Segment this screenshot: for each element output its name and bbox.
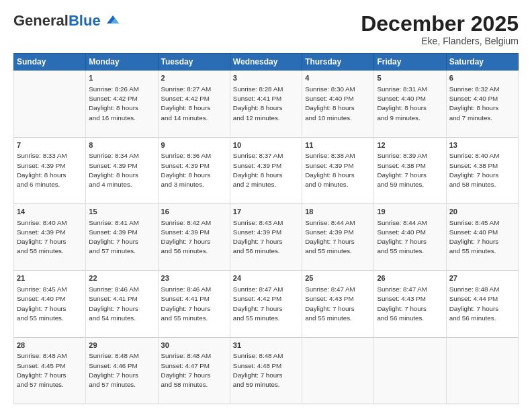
day-info: Sunrise: 8:32 AM Sunset: 4:40 PM Dayligh… <box>449 85 500 122</box>
logo: GeneralBlue <box>13 12 120 29</box>
day-info: Sunrise: 8:44 AM Sunset: 4:39 PM Dayligh… <box>305 219 355 255</box>
day-of-week-header: Sunday <box>14 54 86 71</box>
day-info: Sunrise: 8:47 AM Sunset: 4:42 PM Dayligh… <box>233 285 283 322</box>
day-number: 18 <box>305 207 371 217</box>
month-title: December 2025 <box>361 12 519 36</box>
day-info: Sunrise: 8:38 AM Sunset: 4:39 PM Dayligh… <box>305 152 355 188</box>
logo-icon <box>105 14 120 26</box>
day-info: Sunrise: 8:43 AM Sunset: 4:39 PM Dayligh… <box>233 219 283 255</box>
day-number: 10 <box>233 140 299 150</box>
calendar-cell: 6Sunrise: 8:32 AM Sunset: 4:40 PM Daylig… <box>446 71 518 137</box>
calendar-cell: 20Sunrise: 8:45 AM Sunset: 4:40 PM Dayli… <box>446 203 518 270</box>
day-info: Sunrise: 8:28 AM Sunset: 4:41 PM Dayligh… <box>233 85 283 122</box>
day-number: 27 <box>449 273 515 283</box>
calendar-cell: 27Sunrise: 8:48 AM Sunset: 4:44 PM Dayli… <box>446 271 518 337</box>
page: GeneralBlue December 2025 Eke, Flanders,… <box>0 0 532 411</box>
calendar-cell: 29Sunrise: 8:48 AM Sunset: 4:46 PM Dayli… <box>86 337 158 404</box>
day-of-week-header: Monday <box>86 54 158 71</box>
calendar-week-row: 7Sunrise: 8:33 AM Sunset: 4:39 PM Daylig… <box>14 137 519 203</box>
day-info: Sunrise: 8:40 AM Sunset: 4:39 PM Dayligh… <box>17 219 67 255</box>
calendar-week-row: 28Sunrise: 8:48 AM Sunset: 4:45 PM Dayli… <box>14 337 519 404</box>
day-info: Sunrise: 8:42 AM Sunset: 4:39 PM Dayligh… <box>161 219 212 255</box>
day-number: 6 <box>449 73 515 83</box>
day-number: 26 <box>377 273 443 283</box>
calendar-cell: 5Sunrise: 8:31 AM Sunset: 4:40 PM Daylig… <box>374 71 446 137</box>
day-number: 31 <box>233 340 299 351</box>
day-info: Sunrise: 8:34 AM Sunset: 4:39 PM Dayligh… <box>89 152 139 188</box>
calendar-cell: 19Sunrise: 8:44 AM Sunset: 4:40 PM Dayli… <box>374 203 446 270</box>
calendar-cell: 17Sunrise: 8:43 AM Sunset: 4:39 PM Dayli… <box>230 203 302 270</box>
calendar-cell: 25Sunrise: 8:47 AM Sunset: 4:43 PM Dayli… <box>302 271 374 337</box>
calendar-header-row: SundayMondayTuesdayWednesdayThursdayFrid… <box>14 54 519 71</box>
day-number: 30 <box>161 340 227 351</box>
day-number: 12 <box>377 140 443 150</box>
day-number: 20 <box>449 207 515 217</box>
day-info: Sunrise: 8:47 AM Sunset: 4:43 PM Dayligh… <box>377 285 427 322</box>
day-of-week-header: Wednesday <box>230 54 302 71</box>
calendar-cell: 14Sunrise: 8:40 AM Sunset: 4:39 PM Dayli… <box>14 203 86 270</box>
calendar-cell: 22Sunrise: 8:46 AM Sunset: 4:41 PM Dayli… <box>86 271 158 337</box>
day-number: 2 <box>161 73 227 83</box>
day-of-week-header: Friday <box>374 54 446 71</box>
day-of-week-header: Saturday <box>446 54 518 71</box>
day-number: 14 <box>17 207 83 217</box>
header: GeneralBlue December 2025 Eke, Flanders,… <box>13 12 519 46</box>
calendar-cell <box>302 337 374 404</box>
calendar-cell: 26Sunrise: 8:47 AM Sunset: 4:43 PM Dayli… <box>374 271 446 337</box>
calendar-cell: 18Sunrise: 8:44 AM Sunset: 4:39 PM Dayli… <box>302 203 374 270</box>
day-info: Sunrise: 8:47 AM Sunset: 4:43 PM Dayligh… <box>305 285 355 322</box>
day-number: 16 <box>161 207 227 217</box>
day-of-week-header: Thursday <box>302 54 374 71</box>
day-info: Sunrise: 8:48 AM Sunset: 4:47 PM Dayligh… <box>161 352 212 388</box>
day-number: 15 <box>89 207 154 217</box>
day-number: 11 <box>305 140 371 150</box>
day-number: 17 <box>233 207 299 217</box>
day-number: 28 <box>17 340 83 351</box>
calendar-cell: 2Sunrise: 8:27 AM Sunset: 4:42 PM Daylig… <box>158 71 230 137</box>
day-info: Sunrise: 8:46 AM Sunset: 4:41 PM Dayligh… <box>89 285 139 322</box>
day-info: Sunrise: 8:48 AM Sunset: 4:48 PM Dayligh… <box>233 352 283 388</box>
calendar-week-row: 21Sunrise: 8:45 AM Sunset: 4:40 PM Dayli… <box>14 271 519 337</box>
title-block: December 2025 Eke, Flanders, Belgium <box>361 12 519 46</box>
day-number: 24 <box>233 273 299 283</box>
calendar-cell: 23Sunrise: 8:46 AM Sunset: 4:41 PM Dayli… <box>158 271 230 337</box>
day-info: Sunrise: 8:33 AM Sunset: 4:39 PM Dayligh… <box>17 152 67 188</box>
day-info: Sunrise: 8:40 AM Sunset: 4:38 PM Dayligh… <box>449 152 500 188</box>
day-number: 19 <box>377 207 443 217</box>
day-number: 29 <box>89 340 154 351</box>
logo-blue: Blue <box>69 12 101 29</box>
day-number: 4 <box>305 73 371 83</box>
day-info: Sunrise: 8:31 AM Sunset: 4:40 PM Dayligh… <box>377 85 427 122</box>
calendar-table: SundayMondayTuesdayWednesdayThursdayFrid… <box>13 53 519 404</box>
day-number: 3 <box>233 73 299 83</box>
day-info: Sunrise: 8:44 AM Sunset: 4:40 PM Dayligh… <box>377 219 427 255</box>
day-number: 13 <box>449 140 515 150</box>
day-info: Sunrise: 8:26 AM Sunset: 4:42 PM Dayligh… <box>89 85 139 122</box>
calendar-cell: 1Sunrise: 8:26 AM Sunset: 4:42 PM Daylig… <box>86 71 158 137</box>
calendar-cell: 13Sunrise: 8:40 AM Sunset: 4:38 PM Dayli… <box>446 137 518 203</box>
day-number: 22 <box>89 273 154 283</box>
calendar-cell: 31Sunrise: 8:48 AM Sunset: 4:48 PM Dayli… <box>230 337 302 404</box>
day-number: 9 <box>161 140 227 150</box>
day-info: Sunrise: 8:48 AM Sunset: 4:45 PM Dayligh… <box>17 352 67 388</box>
day-info: Sunrise: 8:45 AM Sunset: 4:40 PM Dayligh… <box>449 219 500 255</box>
calendar-cell: 12Sunrise: 8:39 AM Sunset: 4:38 PM Dayli… <box>374 137 446 203</box>
calendar-cell: 21Sunrise: 8:45 AM Sunset: 4:40 PM Dayli… <box>14 271 86 337</box>
calendar-cell: 10Sunrise: 8:37 AM Sunset: 4:39 PM Dayli… <box>230 137 302 203</box>
day-info: Sunrise: 8:48 AM Sunset: 4:46 PM Dayligh… <box>89 352 139 388</box>
calendar-cell: 24Sunrise: 8:47 AM Sunset: 4:42 PM Dayli… <box>230 271 302 337</box>
calendar-cell: 8Sunrise: 8:34 AM Sunset: 4:39 PM Daylig… <box>86 137 158 203</box>
day-number: 8 <box>89 140 154 150</box>
calendar-cell: 16Sunrise: 8:42 AM Sunset: 4:39 PM Dayli… <box>158 203 230 270</box>
calendar-cell <box>374 337 446 404</box>
calendar-cell <box>446 337 518 404</box>
day-of-week-header: Tuesday <box>158 54 230 71</box>
calendar-cell: 28Sunrise: 8:48 AM Sunset: 4:45 PM Dayli… <box>14 337 86 404</box>
day-info: Sunrise: 8:45 AM Sunset: 4:40 PM Dayligh… <box>17 285 67 322</box>
day-number: 25 <box>305 273 371 283</box>
day-number: 7 <box>17 140 83 150</box>
day-number: 23 <box>161 273 227 283</box>
day-info: Sunrise: 8:48 AM Sunset: 4:44 PM Dayligh… <box>449 285 500 322</box>
logo-text: GeneralBlue <box>13 12 120 29</box>
calendar-week-row: 1Sunrise: 8:26 AM Sunset: 4:42 PM Daylig… <box>14 71 519 137</box>
